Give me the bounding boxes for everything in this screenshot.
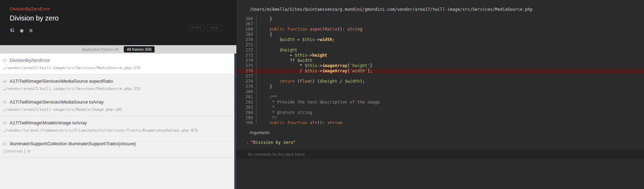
line-number: 268 (236, 27, 256, 32)
frames-scrollbar[interactable] (234, 54, 236, 189)
line-source: * (256, 105, 275, 110)
frame-heading: 56 A17\Twill\Image\Services\MediaSource … (3, 79, 232, 84)
stack-frame[interactable]: 54 A17\Twill\Image\Models\Image toArray … (0, 116, 236, 137)
code-line: 273 = $this->height (236, 53, 644, 58)
line-source: public function alt(): string (256, 121, 342, 124)
line-number: 286 (236, 121, 256, 124)
line-source: * $this->imageArray['height'] (256, 63, 372, 68)
code-view: 266 }267268 public function aspectRatio(… (236, 16, 644, 124)
frame-path: …/vendor/laravel/framework/src/Illuminat… (3, 128, 232, 133)
line-number: 281 (236, 94, 256, 100)
code-line: 284 * @return string (236, 110, 644, 115)
line-source: * Provide the text description of the im… (256, 100, 380, 105)
line-number: 279 (236, 84, 256, 89)
code-line: 286 public function alt(): string (236, 121, 644, 124)
header-buttons: COPY HIDE (188, 25, 222, 31)
line-source: } (256, 16, 272, 22)
code-line: 268 public function aspectRatio(): strin… (236, 27, 644, 32)
frame-index: 54 (3, 121, 7, 125)
line-source: */ (256, 115, 277, 121)
exception-header: DivisionByZeroError Division by zero G ◉… (0, 0, 236, 45)
stack-frame[interactable]: 55 A17\Twill\Image\Services\MediaSource … (0, 95, 236, 116)
frame-path: [internal]:0 (3, 149, 232, 154)
line-number: 273 (236, 53, 256, 58)
line-source: { (256, 32, 272, 37)
code-line: 281 /** (236, 94, 644, 100)
line-source: / $this->imageArray['width']; (256, 68, 372, 74)
line-source: public function aspectRatio(): string (256, 27, 362, 32)
line-number: 272 (236, 48, 256, 53)
argument-row: 1"Division by zero" (236, 140, 644, 145)
frame-title: A17\Twill\Image\Services\MediaSource asp… (10, 79, 113, 84)
line-number: 276 (236, 68, 256, 74)
code-line: 269 { (236, 32, 644, 37)
line-number: 266 (236, 16, 256, 22)
code-line: 278 return (float) ($height / $width); (236, 79, 644, 84)
duckduckgo-search-icon[interactable]: ◉ (19, 28, 24, 33)
line-number: 278 (236, 79, 256, 84)
line-number: 284 (236, 110, 256, 115)
code-panel: /Users/mikmella/Sites/Quintaessenza/g.mo… (236, 0, 644, 189)
frame-comments: No comments for this stack frame. (236, 150, 644, 159)
code-line: 279 } (236, 84, 644, 89)
line-number: 285 (236, 115, 256, 121)
whoops-error-page: DivisionByZeroError Division by zero G ◉… (0, 0, 644, 189)
line-source (256, 42, 260, 48)
stack-frame[interactable]: 53 Illuminate\Support\Collection Illumin… (0, 137, 236, 158)
line-source: return (float) ($height / $width); (256, 79, 365, 84)
code-line: 266 } (236, 16, 644, 22)
line-source (256, 74, 260, 79)
code-line: 283 * (236, 105, 644, 110)
frames-list: 57 DivisionByZeroError …/vendor/area17/t… (0, 54, 236, 189)
tab-application-frames[interactable]: Application frames (4) (82, 47, 119, 51)
code-line: 280 (236, 89, 644, 94)
code-line: 277 (236, 74, 644, 79)
line-number: 271 (236, 42, 256, 48)
line-source: = $this->height (256, 53, 327, 58)
stack-frame[interactable]: 57 DivisionByZeroError …/vendor/area17/t… (0, 54, 236, 74)
frame-heading: 55 A17\Twill\Image\Services\MediaSource … (3, 99, 232, 105)
frame-index: 53 (3, 142, 7, 146)
tab-all-frames[interactable]: All frames (58) (124, 46, 155, 52)
line-source: } (256, 84, 272, 89)
exception-message: Division by zero (10, 14, 236, 22)
line-number: 283 (236, 105, 256, 110)
line-number: 282 (236, 100, 256, 105)
frame-path: …/vendor/area17/twill-image/src/Services… (3, 87, 232, 91)
stackoverflow-search-icon[interactable]: ≣ (28, 28, 34, 33)
code-line: 285 */ (236, 115, 644, 121)
stack-frame[interactable]: 56 A17\Twill\Image\Services\MediaSource … (0, 74, 236, 95)
code-line: 271 (236, 42, 644, 48)
argument-index: 1 (246, 141, 248, 145)
code-line-highlighted: 276 / $this->imageArray['width']; (236, 68, 644, 74)
line-source: $width = $this->width; (256, 37, 335, 42)
code-line: 274 ?? $width (236, 58, 644, 63)
code-line: 270 $width = $this->width; (236, 37, 644, 42)
copy-button[interactable]: COPY (188, 25, 205, 31)
line-number: 267 (236, 22, 256, 27)
line-source: /** (256, 94, 277, 100)
line-source: $height (256, 48, 297, 53)
frame-index: 56 (3, 80, 7, 83)
line-number: 274 (236, 58, 256, 63)
line-source: * @return string (256, 110, 312, 115)
line-number: 280 (236, 89, 256, 94)
frame-index: 57 (3, 59, 7, 63)
arguments-list: 1"Division by zero" (236, 140, 644, 145)
line-number: 277 (236, 74, 256, 79)
stack-panel: DivisionByZeroError Division by zero G ◉… (0, 0, 236, 189)
line-source: ?? $width (256, 58, 312, 63)
arguments-label: Arguments (236, 130, 644, 135)
frame-path: …/vendor/area17/twill-image/src/Models/I… (3, 107, 232, 112)
frames-tab-bar: Application frames (4) All frames (58) (0, 45, 236, 54)
frame-title: DivisionByZeroError (10, 58, 50, 63)
frame-heading: 54 A17\Twill\Image\Models\Image toArray (3, 120, 232, 125)
hide-button[interactable]: HIDE (207, 25, 222, 31)
line-source (256, 89, 260, 94)
frame-title: Illuminate\Support\Collection Illuminate… (10, 141, 136, 146)
code-line: 267 (236, 22, 644, 27)
google-search-icon[interactable]: G (10, 28, 15, 33)
frame-heading: 57 DivisionByZeroError (3, 58, 232, 63)
code-line: 272 $height (236, 48, 644, 53)
line-number: 269 (236, 32, 256, 37)
